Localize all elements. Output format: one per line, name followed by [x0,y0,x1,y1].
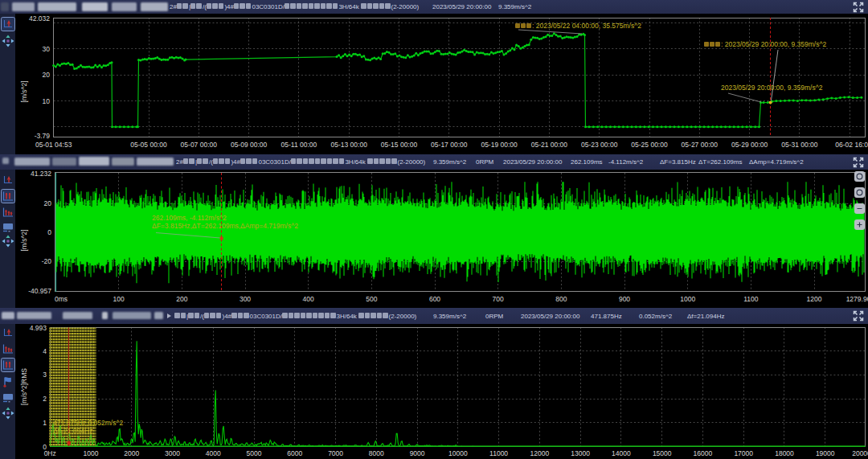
svg-text:05-05 00:00: 05-05 00:00 [130,141,167,149]
svg-text:1200: 1200 [807,295,822,303]
svg-text:10000: 10000 [448,449,468,457]
svg-text:-3.79: -3.79 [35,132,51,140]
svg-text:1279.96: 1279.96 [846,295,868,303]
svg-text:400: 400 [303,295,314,303]
svg-text:41.232: 41.232 [31,170,51,178]
svg-text:05-17 00:00: 05-17 00:00 [431,141,468,149]
svg-text:19000: 19000 [816,449,835,457]
svg-text:471.875Hz,0.052m/s^2: 471.875Hz,0.052m/s^2 [53,419,123,427]
svg-text:100: 100 [113,295,125,303]
svg-text:[m/s^2]: [m/s^2] [20,80,28,102]
svg-text:200: 200 [176,295,187,303]
svg-text:[m/s^2]RMS: [m/s^2]RMS [20,368,28,405]
svg-text:1100: 1100 [743,295,759,303]
svg-text:05-29 00:00: 05-29 00:00 [731,141,768,149]
svg-text:15000: 15000 [653,449,672,457]
svg-text:-40.957: -40.957 [28,287,51,295]
svg-text:600: 600 [429,295,440,303]
svg-text:30: 30 [43,45,51,53]
svg-text:14000: 14000 [612,449,631,457]
svg-text:12000: 12000 [530,449,550,457]
svg-text:0ms: 0ms [55,295,68,303]
svg-text:700: 700 [493,295,504,303]
svg-text:05-09 00:00: 05-09 00:00 [231,141,268,149]
svg-text:05-21 00:00: 05-21 00:00 [531,141,568,149]
svg-text:20: 20 [43,71,51,79]
svg-text:Δf=21.094Hz: Δf=21.094Hz [53,427,92,435]
svg-text:18000: 18000 [775,449,794,457]
svg-text:1000: 1000 [680,295,695,303]
svg-text:05-19 00:00: 05-19 00:00 [481,141,518,149]
svg-text:05-23 00:00: 05-23 00:00 [581,141,618,149]
svg-text:ΔF=3.815Hz,ΔT=262.109ms,ΔAmp=4: ΔF=3.815Hz,ΔT=262.109ms,ΔAmp=4.719m/s^2 [152,222,298,230]
svg-text:17000: 17000 [734,449,753,457]
svg-text:05-11 00:00: 05-11 00:00 [281,141,317,149]
svg-text:1000: 1000 [84,449,99,457]
svg-text:0: 0 [47,228,51,236]
svg-text:2000: 2000 [124,449,139,457]
svg-text:300: 300 [240,295,251,303]
svg-text:42.032: 42.032 [29,14,50,23]
svg-text:[m/s^2]: [m/s^2] [20,229,28,251]
svg-text:20: 20 [44,199,52,207]
svg-text:05-25 00:00: 05-25 00:00 [631,141,668,149]
svg-text:1: 1 [43,419,47,427]
svg-text:06-02 16:00: 06-02 16:00 [835,141,868,149]
svg-text:4000: 4000 [206,449,221,457]
svg-text:0Hz: 0Hz [44,449,56,457]
svg-text:05-13 00:00: 05-13 00:00 [331,141,368,149]
svg-text:05-15 00:00: 05-15 00:00 [381,141,418,149]
svg-text:262.109ms, -4.112m/s^2: 262.109ms, -4.112m/s^2 [152,214,227,222]
svg-text:05-01 04:53: 05-01 04:53 [35,141,72,149]
svg-text:4.993: 4.993 [30,324,47,332]
svg-text:6000: 6000 [287,449,302,457]
svg-text:13000: 13000 [571,449,590,457]
svg-text:05-07 00:00: 05-07 00:00 [181,141,218,149]
svg-text:11000: 11000 [489,449,508,457]
svg-text:16000: 16000 [694,449,713,457]
svg-text:4: 4 [43,347,47,355]
svg-text:10: 10 [43,97,51,105]
svg-text:3: 3 [43,371,47,379]
svg-text:05-31 00:00: 05-31 00:00 [781,141,818,149]
svg-text:7000: 7000 [328,449,343,457]
svg-text:8000: 8000 [369,449,384,457]
svg-text:800: 800 [555,295,567,303]
svg-text:3000: 3000 [165,449,180,457]
svg-text:2: 2 [43,395,47,403]
svg-text:500: 500 [366,295,377,303]
svg-text:-20: -20 [42,257,52,265]
svg-text:5000: 5000 [247,449,262,457]
svg-text:900: 900 [619,295,630,303]
svg-text:20000: 20000 [852,449,868,457]
svg-text:9000: 9000 [410,449,425,457]
svg-text:05-27 00:00: 05-27 00:00 [682,141,719,149]
